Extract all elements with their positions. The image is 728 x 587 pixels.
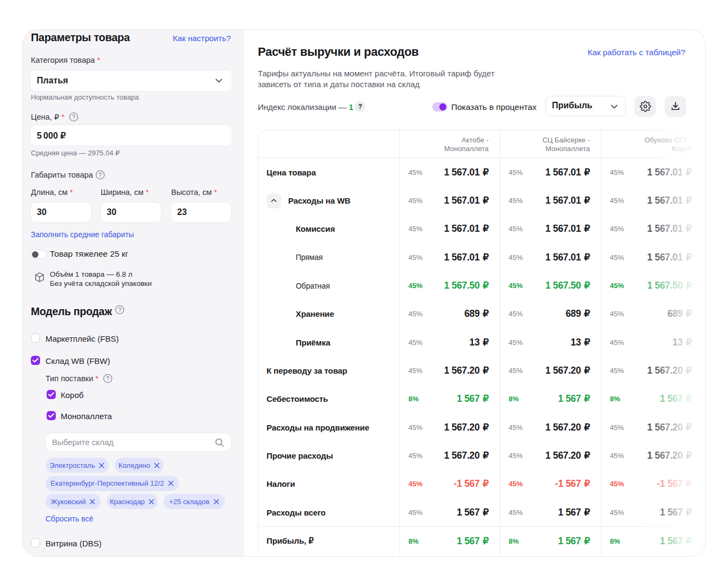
svg-text:?: ? (99, 172, 102, 178)
svg-text:?: ? (72, 114, 75, 120)
svg-text:?: ? (118, 306, 121, 313)
svg-text:?: ? (106, 375, 109, 382)
